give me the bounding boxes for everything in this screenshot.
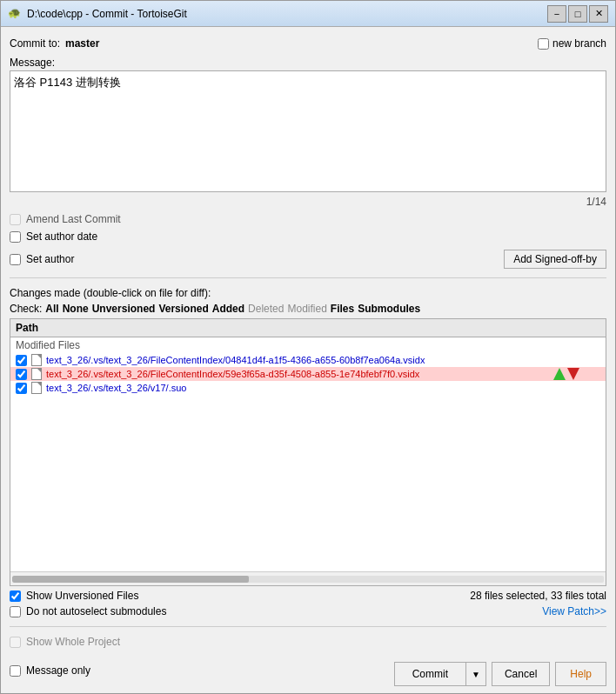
filter-files[interactable]: Files <box>331 303 354 315</box>
amend-label: Amend Last Commit <box>26 213 121 225</box>
file-name-1: text_3_26/.vs/text_3_26/FileContentIndex… <box>46 355 425 365</box>
autoselect-checkbox[interactable] <box>10 606 21 617</box>
autoselect-label: Do not autoselect submodules <box>26 605 166 617</box>
filter-versioned[interactable]: Versioned <box>158 303 208 315</box>
cancel-button[interactable]: Cancel <box>492 662 550 686</box>
changes-section: Changes made (double-click on file for d… <box>10 287 606 617</box>
filter-all[interactable]: All <box>45 303 58 315</box>
path-column-header: Path <box>16 322 38 334</box>
commit-to-row: Commit to: master new branch <box>10 34 606 53</box>
message-only-checkbox[interactable] <box>10 665 21 677</box>
file-icon-1 <box>30 354 43 366</box>
commit-to-label: Commit to: <box>10 37 60 50</box>
bottom-file-options: Show Unversioned Files 28 files selected… <box>10 590 606 617</box>
table-row: text_3_26/.vs/text_3_26/v17/.suo <box>10 381 606 395</box>
show-unversioned-row: Show Unversioned Files 28 files selected… <box>10 590 606 602</box>
commit-button-group: Commit ▼ <box>394 662 486 686</box>
show-whole-project-label: Show Whole Project <box>26 636 120 648</box>
window-title: D:\code\cpp - Commit - TortoiseGit <box>27 8 547 20</box>
scroll-thumb <box>12 576 249 583</box>
file-checkbox-1[interactable] <box>16 355 27 366</box>
autoselect-left: Do not autoselect submodules <box>10 605 166 617</box>
help-button[interactable]: Help <box>555 662 606 686</box>
check-label: Check: <box>10 303 42 315</box>
message-only-row: Message only <box>10 664 90 677</box>
filter-deleted[interactable]: Deleted <box>248 303 284 315</box>
message-only-label: Message only <box>26 664 90 677</box>
author-row: Set author Add Signed-off-by <box>10 250 606 269</box>
message-section: Message: 洛谷 P1143 进制转换 1/14 <box>10 57 606 208</box>
set-author-checkbox[interactable] <box>10 254 21 265</box>
commit-dropdown-button[interactable]: ▼ <box>465 662 486 686</box>
commit-button[interactable]: Commit <box>394 662 465 686</box>
message-counter: 1/14 <box>10 196 606 208</box>
options-section: Amend Last Commit Set author date Set au… <box>10 213 606 269</box>
restore-button[interactable]: □ <box>568 5 587 23</box>
down-arrow-icon <box>567 368 579 380</box>
bottom-action-row: Message only Commit ▼ Cancel Help <box>10 655 606 686</box>
close-button[interactable]: ✕ <box>589 5 608 23</box>
file-checkbox-3[interactable] <box>16 383 27 394</box>
window-controls: − □ ✕ <box>547 5 608 23</box>
check-row: Check: All None Unversioned Versioned Ad… <box>10 303 606 315</box>
set-author-option: Set author <box>10 253 74 265</box>
main-content: Commit to: master new branch Message: 洛谷… <box>1 27 615 693</box>
show-whole-project-row: Show Whole Project <box>10 636 606 648</box>
new-branch-checkbox[interactable] <box>538 38 549 50</box>
author-date-checkbox[interactable] <box>10 231 21 243</box>
horizontal-scrollbar[interactable] <box>10 571 606 585</box>
message-label: Message: <box>10 57 606 69</box>
view-patch-link[interactable]: View Patch>> <box>542 605 606 617</box>
modified-files-label: Modified Files <box>10 337 606 353</box>
filter-submodules[interactable]: Submodules <box>358 303 420 315</box>
amend-checkbox[interactable] <box>10 214 21 225</box>
filter-unversioned[interactable]: Unversioned <box>92 303 156 315</box>
file-count-text: 28 files selected, 33 files total <box>470 590 606 602</box>
file-name-3: text_3_26/.vs/text_3_26/v17/.suo <box>46 383 186 393</box>
bottom-actions: Commit ▼ Cancel Help <box>394 658 606 686</box>
filter-modified[interactable]: Modified <box>287 303 326 315</box>
file-checkbox-2[interactable] <box>16 369 27 380</box>
autoselect-row: Do not autoselect submodules View Patch>… <box>10 605 606 617</box>
signed-off-button[interactable]: Add Signed-off-by <box>504 250 606 269</box>
show-whole-project-checkbox[interactable] <box>10 637 21 648</box>
file-list-inner[interactable]: Modified Files text_3_26/.vs/text_3_26/F… <box>10 337 606 571</box>
new-branch-section: new branch <box>538 37 606 50</box>
file-list-header: Path <box>10 319 606 337</box>
table-row: text_3_26/.vs/text_3_26/FileContentIndex… <box>10 353 606 367</box>
doc-icon-2 <box>31 368 42 380</box>
file-icon-3 <box>30 382 43 394</box>
arrows-overlay <box>553 368 579 380</box>
file-icon-2 <box>30 368 43 380</box>
main-window: 🐢 D:\code\cpp - Commit - TortoiseGit − □… <box>0 0 616 694</box>
doc-icon-1 <box>31 354 42 366</box>
title-bar: 🐢 D:\code\cpp - Commit - TortoiseGit − □… <box>1 1 615 27</box>
amend-row: Amend Last Commit <box>10 213 606 225</box>
set-author-label: Set author <box>26 253 74 265</box>
app-icon: 🐢 <box>8 7 22 21</box>
file-name-2: text_3_26/.vs/text_3_26/FileContentIndex… <box>46 369 419 379</box>
show-unversioned-label: Show Unversioned Files <box>26 590 138 602</box>
filter-none[interactable]: None <box>63 303 89 315</box>
divider-2 <box>10 626 606 627</box>
file-list-container: Path Modified Files text_3_26/.vs/text_3… <box>10 318 606 586</box>
author-date-label: Set author date <box>26 230 97 243</box>
changes-header: Changes made (double-click on file for d… <box>10 287 606 299</box>
new-branch-label: new branch <box>552 37 606 50</box>
show-unversioned-left: Show Unversioned Files <box>10 590 138 602</box>
extra-options: Show Whole Project <box>10 636 606 648</box>
scroll-track <box>12 576 604 583</box>
file-list-scrollbar-container: Modified Files text_3_26/.vs/text_3_26/F… <box>10 337 606 571</box>
branch-name: master <box>65 37 99 50</box>
author-date-row: Set author date <box>10 230 606 243</box>
up-arrow-icon <box>553 368 566 380</box>
show-unversioned-checkbox[interactable] <box>10 591 21 602</box>
message-textarea[interactable]: 洛谷 P1143 进制转换 <box>10 70 606 192</box>
table-row: text_3_26/.vs/text_3_26/FileContentIndex… <box>10 367 606 381</box>
filter-added[interactable]: Added <box>212 303 244 315</box>
minimize-button[interactable]: − <box>547 5 566 23</box>
doc-icon-3 <box>31 382 42 394</box>
divider <box>10 277 606 278</box>
